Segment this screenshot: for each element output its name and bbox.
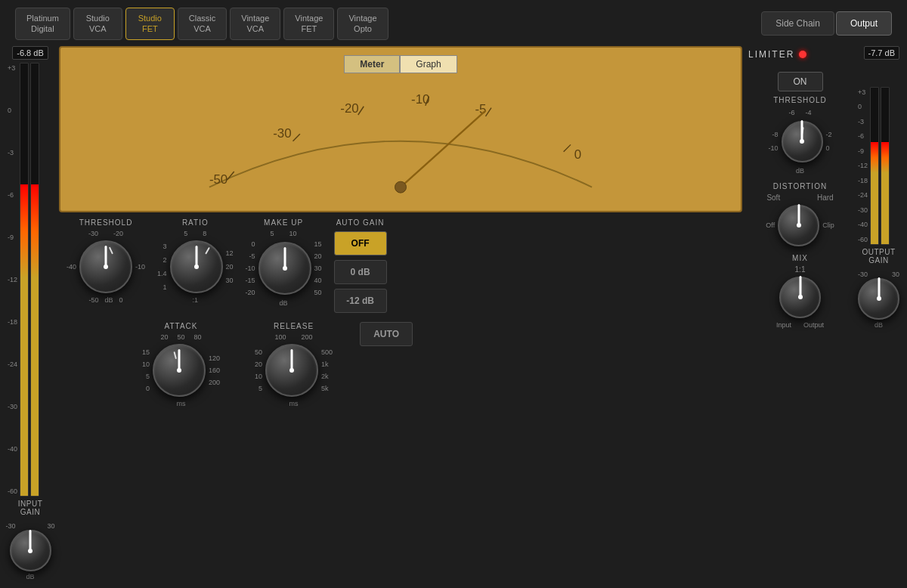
distortion-off-label: Off [766,221,775,229]
distortion-clip-label: Clip [822,221,834,229]
vu-meter-arc: -50 -30 -20 -10 -5 [68,81,733,194]
attack-knob[interactable] [153,344,206,397]
output-knob-min: -30 [858,271,868,278]
makeup-unit: dB [280,299,288,307]
output-meter-fill-left [871,142,878,244]
makeup-control: MAKE UP 5 10 0 -5 -10 -15 -20 [246,218,322,307]
limiter-threshold-label: THRESHOLD [773,96,827,104]
ratio-scale-5: 5 [184,230,187,237]
threshold-scale-top-right: -20 [113,230,123,237]
attack-label: ATTACK [165,322,198,330]
mix-knob[interactable] [779,277,821,318]
threshold-knob-dot [104,265,108,269]
threshold-control: THRESHOLD -30 -20 -40 [67,218,145,304]
output-tab[interactable]: Output [836,11,892,36]
distortion-knob[interactable] [778,205,819,246]
side-chain-tab[interactable]: Side Chain [761,11,834,36]
output-knob-max: 30 [892,271,899,278]
limiter-threshold-unit: dB [796,167,804,175]
limiter-header: LIMITER [748,49,806,60]
input-meter-fill-right [31,184,39,496]
svg-line-12 [401,110,486,187]
vu-tabs: Meter Graph [68,55,733,73]
preset-tab-vintage-vca[interactable]: VintageVCA [230,8,280,40]
release-knob[interactable] [265,344,318,397]
makeup-knob[interactable] [258,242,311,295]
mix-output-label: Output [803,321,824,329]
preset-tab-platinum-digital[interactable]: PlatinumDigital [15,8,70,40]
input-meter-fill-left [20,184,28,496]
top-bar: PlatinumDigital StudioVCA StudioFET Clas… [8,8,899,40]
input-meter-bar-left [20,63,29,497]
output-meter-bar-left [870,87,879,245]
svg-line-4 [358,106,364,114]
preset-tab-classic-vca[interactable]: ClassicVCA [178,8,227,40]
ratio-label: RATIO [182,218,209,227]
output-knob-dot [877,296,881,301]
auto-btn[interactable]: AUTO [360,322,413,346]
svg-text:-10: -10 [411,92,429,107]
center-section: Meter Graph -50 -30 [59,46,742,580]
limiter-on-btn[interactable]: ON [778,72,823,91]
release-control: RELEASE 100 200 50 20 10 5 [255,322,333,407]
output-gain-label: OUTPUT GAIN [858,248,899,265]
mix-knob-dot [798,295,803,299]
threshold-knob[interactable] [79,240,132,293]
output-gain-knob[interactable] [858,278,899,320]
input-gain-knob[interactable] [10,530,51,571]
mix-label: MIX [792,254,808,262]
ratio-control: RATIO 5 8 3 2 1.4 1 [157,218,234,304]
output-section: +3 0 -3 -6 -9 -12 -18 -24 -30 -40 -60 [858,72,899,329]
makeup-knob-dot [283,266,287,271]
plugin-container: PlatinumDigital StudioVCA StudioFET Clas… [0,0,907,588]
auto-gain-minus12-btn[interactable]: -12 dB [334,289,387,313]
input-section: -6.8 dB +3 0 -3 -6 -9 -12 -18 -24 -30 -4… [8,46,53,580]
output-gain-unit: dB [874,321,883,329]
svg-line-8 [486,107,492,116]
output-meter-fill-right [881,142,889,244]
distortion-label: DISTORTION [773,182,827,190]
right-tabs: Side Chain Output [761,11,892,36]
svg-line-10 [564,144,571,151]
svg-text:0: 0 [574,147,581,162]
mix-section: MIX 1:1 Input Output [748,254,852,329]
attack-control: ATTACK 20 50 80 15 10 5 0 [142,322,220,407]
vu-tab-graph[interactable]: Graph [400,55,457,73]
input-scale: +3 0 -3 -6 -9 -12 -18 -24 -30 -40 -60 [8,63,17,497]
output-db-value: -7.7 dB [864,46,899,60]
input-db-value: -6.8 dB [12,46,48,60]
preset-tab-vintage-fet[interactable]: VintageFET [283,8,334,40]
distortion-section: DISTORTION Soft Hard Off Clip [748,182,852,246]
preset-tab-studio-vca[interactable]: StudioVCA [73,8,122,40]
input-meter-bar-right [30,63,39,497]
release-knob-dot [289,368,294,373]
preset-tab-studio-fet[interactable]: StudioFET [125,8,175,40]
vu-tab-meter[interactable]: Meter [344,55,400,73]
knob-center-dot [28,549,33,553]
right-section: LIMITER -7.7 dB ON THRESHOLD -6 -4 [748,46,899,580]
preset-tabs: PlatinumDigital StudioVCA StudioFET Clas… [15,8,388,40]
controls-row-main: THRESHOLD -30 -20 -40 [59,218,742,313]
preset-tab-vintage-opto[interactable]: VintageOpto [337,8,388,40]
release-label: RELEASE [274,322,314,330]
auto-gain-0db-btn[interactable]: 0 dB [334,260,387,284]
ratio-knob[interactable] [170,240,223,293]
mix-ratio: 1:1 [795,265,806,274]
ratio-unit: :1 [193,296,199,304]
svg-line-2 [293,134,300,141]
distortion-knob-dot [797,223,801,227]
controls-row-attack-release: ATTACK 20 50 80 15 10 5 0 [59,322,742,407]
svg-text:-20: -20 [340,101,358,116]
input-knob-max: 30 [47,522,54,530]
auto-gain-section: AUTO GAIN OFF 0 dB -12 dB [334,218,387,313]
input-gain-label: INPUT GAIN [8,500,53,516]
attack-knob-dot [177,368,181,373]
svg-text:-30: -30 [273,126,291,141]
limiter-indicator [799,51,806,58]
makeup-label: MAKE UP [264,218,303,227]
vu-arc-svg: -50 -30 -20 -10 -5 [68,81,733,194]
limiter-threshold-knob[interactable] [782,121,823,162]
output-scale: +3 0 -3 -6 -9 -12 -18 -24 -30 -40 -60 [858,87,868,245]
threshold-label: THRESHOLD [79,218,133,227]
auto-gain-off-btn[interactable]: OFF [334,231,387,255]
